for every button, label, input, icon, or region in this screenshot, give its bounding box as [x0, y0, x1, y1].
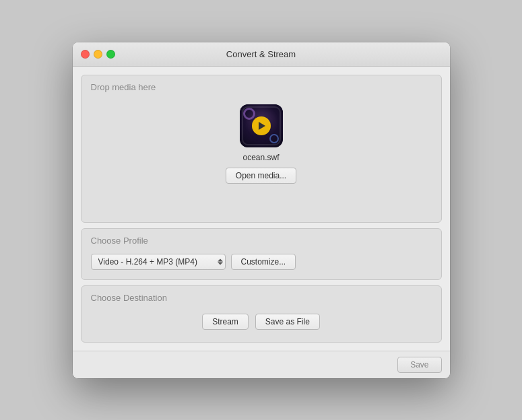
profile-controls: Video - H.264 + MP3 (MP4) Video - H.265 …: [91, 251, 432, 273]
minimize-button[interactable]: [94, 50, 102, 59]
maximize-button[interactable]: [106, 50, 115, 59]
save-as-file-button[interactable]: Save as File: [255, 314, 320, 330]
drop-media-title: Drop media here: [91, 82, 156, 92]
stream-button[interactable]: Stream: [202, 314, 249, 330]
media-filename: ocean.swf: [242, 153, 279, 162]
window-footer: Save: [73, 351, 450, 378]
traffic-lights: [81, 50, 115, 59]
gear-decoration-icon: [243, 108, 255, 120]
drop-media-section[interactable]: Drop media here ocean.swf Open media...: [81, 75, 442, 223]
choose-destination-section: Choose Destination Stream Save as File: [81, 285, 442, 343]
open-media-button[interactable]: Open media...: [226, 168, 296, 184]
gear-decoration2-icon: [269, 134, 279, 143]
media-file-icon: [240, 104, 283, 147]
play-circle-icon: [252, 116, 271, 135]
close-button[interactable]: [81, 50, 90, 59]
choose-profile-title: Choose Profile: [91, 236, 432, 246]
customize-button[interactable]: Customize...: [231, 254, 296, 270]
titlebar: Convert & Stream: [73, 42, 450, 67]
drop-media-content: ocean.swf Open media...: [91, 98, 432, 195]
profile-select-wrapper: Video - H.264 + MP3 (MP4) Video - H.265 …: [91, 254, 226, 270]
choose-destination-title: Choose Destination: [91, 293, 432, 303]
destination-controls: Stream Save as File: [91, 308, 432, 335]
save-button[interactable]: Save: [397, 357, 441, 373]
choose-profile-section: Choose Profile Video - H.264 + MP3 (MP4)…: [81, 228, 442, 280]
profile-select[interactable]: Video - H.264 + MP3 (MP4) Video - H.265 …: [91, 254, 226, 270]
window-content: Drop media here ocean.swf Open media... …: [73, 67, 450, 351]
window-title: Convert & Stream: [226, 49, 296, 59]
media-icon-inner: [240, 104, 283, 147]
play-triangle-icon: [259, 122, 265, 130]
app-window: Convert & Stream Drop media here ocean.s…: [73, 42, 450, 378]
